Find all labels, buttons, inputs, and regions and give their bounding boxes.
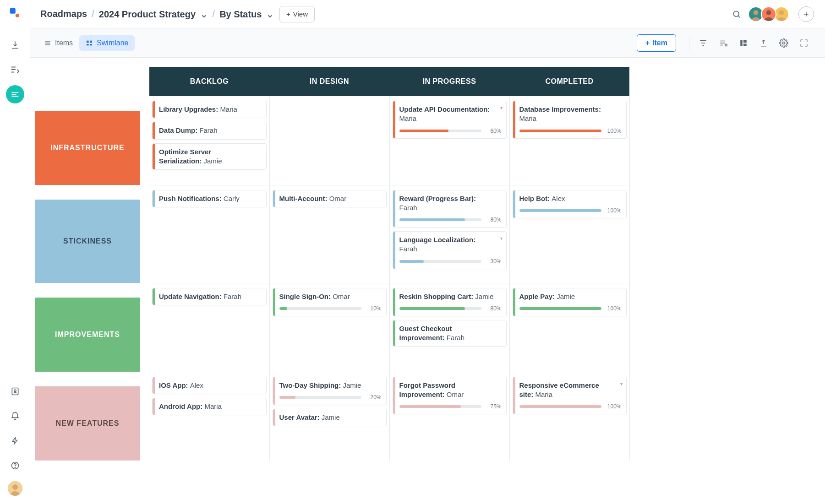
board-cell[interactable]: Forgot Password Improvement: Omar75% <box>389 372 509 461</box>
board-cell[interactable]: Apple Pay: Jamie100% <box>509 283 629 372</box>
card-stripe <box>273 409 275 426</box>
board-cell[interactable]: Two-Day Shipping: Jamie20%User Avatar: J… <box>269 372 389 461</box>
breadcrumb-root[interactable]: Roadmaps <box>40 9 87 19</box>
card-assignee: Omar <box>333 293 350 300</box>
board-cell[interactable]: Responsive eCommerce site: Maria▾100% <box>509 372 629 461</box>
board-cell[interactable]: Library Upgrades: MariaData Dump: FarahO… <box>149 96 269 185</box>
card[interactable]: Update Navigation: Farah <box>152 288 267 305</box>
breadcrumb-board[interactable]: 2024 Product Strategy ⌄ <box>99 9 208 20</box>
card-stripe <box>513 377 515 414</box>
card[interactable]: Two-Day Shipping: Jamie20% <box>273 377 387 405</box>
add-collaborator-button[interactable] <box>798 6 814 22</box>
card-title: Database Improvements: Maria <box>519 105 622 124</box>
fullscreen-icon[interactable] <box>794 33 814 53</box>
tag-icon[interactable] <box>713 33 733 53</box>
board-cell[interactable]: Reskin Shopping Cart: Jamie80%Guest Chec… <box>389 283 509 372</box>
export-icon[interactable] <box>754 33 774 53</box>
contacts-icon[interactable] <box>6 382 24 401</box>
app-logo[interactable] <box>9 7 21 19</box>
card[interactable]: Help Bot: Alex100% <box>513 190 627 218</box>
toolbar: Items Swimlane +Item <box>30 28 825 58</box>
add-view-button[interactable]: +View <box>279 6 315 22</box>
card-assignee: Jamie <box>343 381 361 389</box>
help-icon[interactable] <box>6 456 24 475</box>
card[interactable]: Single Sign-On: Omar10% <box>273 288 387 316</box>
card[interactable]: Data Dump: Farah <box>152 122 267 139</box>
card[interactable]: Reward (Progress Bar): Farah80% <box>393 190 507 228</box>
svg-point-3 <box>14 390 16 391</box>
card[interactable]: Responsive eCommerce site: Maria▾100% <box>513 377 627 415</box>
search-icon[interactable] <box>729 6 744 22</box>
board-cell[interactable]: Single Sign-On: Omar10% <box>269 283 389 372</box>
card-menu-icon[interactable]: ▾ <box>620 381 623 387</box>
board-cell[interactable]: Multi-Account: Omar <box>269 185 389 283</box>
card-stripe <box>153 190 155 207</box>
card-stripe <box>153 122 155 139</box>
chevron-down-icon[interactable]: ⌄ <box>263 9 274 19</box>
card-assignee: Jamie <box>204 157 222 165</box>
bell-icon[interactable] <box>6 407 24 425</box>
board-cell[interactable] <box>269 96 389 185</box>
download-icon[interactable] <box>6 36 24 54</box>
card-assignee: Maria <box>204 402 222 410</box>
card[interactable]: Optimize Server Serialization: Jamie <box>152 143 267 170</box>
svg-point-5 <box>15 467 15 468</box>
lane-header[interactable]: INFRASTRUCTURE <box>35 111 140 185</box>
svg-point-8 <box>733 11 739 16</box>
card[interactable]: Android App: Maria <box>152 398 267 415</box>
card-menu-icon[interactable]: ▾ <box>500 235 503 242</box>
svg-point-16 <box>725 44 727 46</box>
progress-percent: 100% <box>606 403 622 410</box>
board-cell[interactable]: Reward (Progress Bar): Farah80%Language … <box>389 185 509 283</box>
bolt-icon[interactable] <box>6 432 24 450</box>
card-assignee: Alex <box>190 381 203 389</box>
card[interactable]: Forgot Password Improvement: Omar75% <box>393 377 507 415</box>
card[interactable]: Language Localization: Farah▾30% <box>393 231 507 269</box>
progress-percent: 30% <box>486 258 502 265</box>
card[interactable]: Reskin Shopping Cart: Jamie80% <box>393 288 507 316</box>
filter-icon[interactable] <box>693 33 713 53</box>
swimlane-nav-icon[interactable] <box>6 85 24 103</box>
board-cell[interactable]: IOS App: AlexAndroid App: Maria <box>149 372 269 461</box>
card[interactable]: User Avatar: Jamie <box>273 409 387 426</box>
board-cell[interactable]: Update Navigation: Farah <box>149 283 269 372</box>
board-cell[interactable]: Database Improvements: Maria100% <box>509 96 629 185</box>
card[interactable]: Guest Checkout Improvement: Farah <box>393 320 507 347</box>
card[interactable]: Multi-Account: Omar <box>273 190 387 207</box>
breadcrumb-view[interactable]: By Status ⌄ <box>219 9 274 20</box>
card-assignee: Maria <box>535 390 553 398</box>
add-item-button[interactable]: +Item <box>637 34 676 52</box>
board-scroll[interactable]: BACKLOGIN DESIGNIN PROGRESSCOMPLETEDINFR… <box>30 58 825 504</box>
board-cell[interactable]: Help Bot: Alex100% <box>509 185 629 283</box>
card-stripe <box>393 101 395 138</box>
card[interactable]: Push Notifications: Carly <box>152 190 267 207</box>
card[interactable]: Apple Pay: Jamie100% <box>513 288 627 316</box>
card-title: Data Dump: Farah <box>159 126 262 135</box>
card-menu-icon[interactable]: ▾ <box>500 105 503 111</box>
svg-point-1 <box>15 14 19 17</box>
view-items-button[interactable]: Items <box>38 35 79 51</box>
lane-header[interactable]: NEW FEATURES <box>35 386 140 461</box>
card[interactable]: Database Improvements: Maria100% <box>513 101 627 139</box>
view-swimlane-button[interactable]: Swimlane <box>79 35 135 51</box>
card[interactable]: Library Upgrades: Maria <box>152 101 267 118</box>
card-title: Update API Documentation: Maria <box>399 105 502 124</box>
layout-icon[interactable] <box>733 33 754 53</box>
avatar[interactable] <box>761 6 776 22</box>
lane-header[interactable]: IMPROVEMENTS <box>35 298 140 372</box>
card-title: Push Notifications: Carly <box>159 194 262 203</box>
progress-bar <box>279 307 361 310</box>
list-arrow-icon[interactable] <box>6 60 24 79</box>
current-user-avatar[interactable] <box>8 481 22 496</box>
card[interactable]: IOS App: Alex <box>152 377 267 394</box>
lane-header[interactable]: STICKINESS <box>35 200 140 283</box>
progress-percent: 10% <box>366 305 382 312</box>
chevron-down-icon[interactable]: ⌄ <box>197 9 208 19</box>
settings-icon[interactable] <box>774 33 794 53</box>
card[interactable]: Update API Documentation: Maria▾60% <box>393 101 507 139</box>
collaborator-avatars[interactable] <box>751 6 789 22</box>
plus-icon: + <box>286 10 290 18</box>
card-stripe <box>153 101 155 118</box>
board-cell[interactable]: Push Notifications: Carly <box>149 185 269 283</box>
board-cell[interactable]: Update API Documentation: Maria▾60% <box>389 96 509 185</box>
